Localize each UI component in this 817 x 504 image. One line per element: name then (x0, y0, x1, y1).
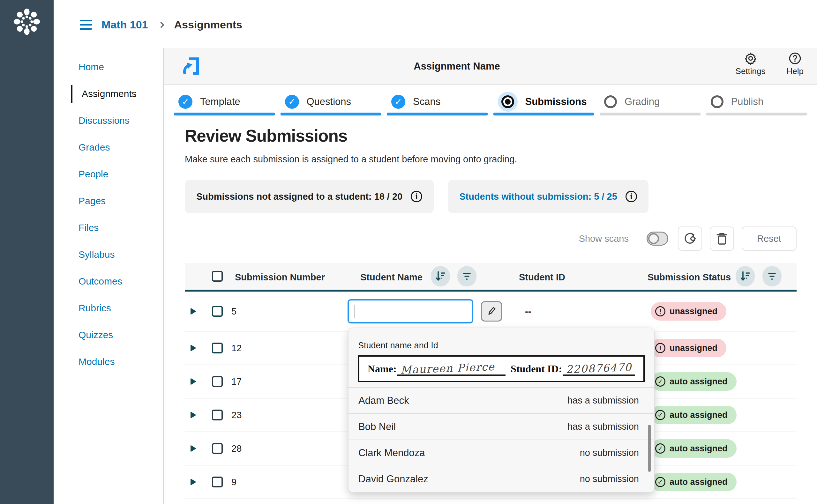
expand-row-icon[interactable] (190, 445, 196, 452)
row-checkbox[interactable] (212, 376, 223, 387)
sidebar-item-home[interactable]: Home (54, 54, 163, 80)
popover-label: Student name and Id (358, 341, 438, 351)
expand-row-icon[interactable] (190, 411, 196, 419)
sidebar-item-files[interactable]: Files (54, 214, 163, 241)
question-icon (788, 52, 802, 65)
student-name-input[interactable] (347, 299, 473, 323)
radio-empty-icon (711, 95, 724, 108)
select-all-checkbox[interactable] (212, 271, 223, 282)
submission-number: 23 (231, 410, 241, 420)
row-checkbox[interactable] (212, 410, 223, 420)
sort-student-name-button[interactable] (431, 266, 450, 286)
check-circle-icon: ✓ (391, 95, 405, 109)
rerun-auto-assign-button[interactable] (678, 226, 702, 251)
radio-selected-icon (498, 92, 518, 112)
scan-id-label: Student ID: (511, 363, 562, 375)
student-option[interactable]: Adam Beck has a submission (348, 387, 654, 413)
student-option[interactable]: Bob Neil has a submission (348, 413, 654, 440)
help-button[interactable]: Help (787, 52, 804, 76)
tab-grading[interactable]: Grading (600, 85, 701, 118)
page-subtitle: Make sure each submission is assigned to… (185, 154, 517, 165)
col-submission-number: Submission Number (235, 263, 325, 292)
info-icon[interactable]: i (626, 191, 637, 202)
row-checkbox[interactable] (212, 443, 223, 454)
table-controls: Show scans Reset (185, 226, 797, 251)
hamburger-menu-icon[interactable] (80, 20, 92, 30)
student-option[interactable]: David Gonzalez no submission (348, 466, 654, 492)
expand-row-icon[interactable] (190, 478, 196, 485)
breadcrumb-page: Assignments (174, 19, 242, 31)
sort-icon (435, 271, 446, 282)
expand-row-icon[interactable] (190, 378, 196, 385)
sort-icon (740, 271, 751, 282)
submission-number: 5 (231, 306, 236, 317)
sidebar-item-rubrics[interactable]: Rubrics (54, 295, 163, 322)
panel-title: Assignment Name (164, 48, 750, 85)
text-caret (354, 305, 355, 318)
canvas-logo-icon[interactable] (11, 6, 42, 37)
scrollbar-thumb[interactable] (648, 425, 651, 472)
delete-button[interactable] (710, 226, 734, 251)
sidebar-item-modules[interactable]: Modules (54, 348, 163, 375)
check-circle-icon: ✓ (178, 95, 192, 109)
expand-row-icon[interactable] (190, 308, 196, 315)
breadcrumb-course-link[interactable]: Math 101 (101, 19, 148, 31)
check-circle-icon: ✓ (655, 376, 665, 387)
scan-name-handwriting: Maureen Pierce (397, 362, 506, 376)
trash-icon (716, 232, 728, 245)
workflow-steps: ✓ Template ✓ Questions ✓ Scans Submissio… (164, 85, 817, 118)
tab-publish[interactable]: Publish (706, 85, 807, 118)
sort-status-button[interactable] (736, 266, 755, 286)
table-header: Submission Number Student Name Student (185, 263, 797, 292)
tab-template[interactable]: ✓ Template (174, 85, 275, 118)
row-checkbox[interactable] (212, 477, 223, 487)
sidebar-item-outcomes[interactable]: Outcomes (54, 268, 163, 295)
col-student-id: Student ID (519, 263, 565, 292)
check-circle-icon: ✓ (655, 443, 665, 454)
tab-questions[interactable]: ✓ Questions (280, 85, 381, 118)
submission-number: 12 (231, 343, 241, 353)
show-scans-label: Show scans (579, 233, 629, 244)
filter-student-name-button[interactable] (457, 266, 477, 286)
sidebar-item-syllabus[interactable]: Syllabus (54, 241, 163, 268)
students-without-submission-chip[interactable]: Students without submission: 5 / 25 i (448, 180, 649, 213)
settings-button[interactable]: Settings (736, 52, 766, 76)
info-icon[interactable]: i (411, 191, 422, 202)
edit-name-button[interactable] (481, 301, 502, 322)
sidebar-item-grades[interactable]: Grades (54, 134, 163, 161)
col-student-name: Student Name (360, 263, 423, 292)
tab-submissions[interactable]: Submissions (494, 85, 594, 118)
sidebar-item-assignments[interactable]: Assignments (54, 80, 163, 107)
expand-row-icon[interactable] (190, 345, 196, 352)
gear-icon (744, 52, 757, 65)
show-scans-toggle[interactable] (647, 232, 668, 246)
filter-status-button[interactable] (762, 266, 782, 286)
sidebar-item-pages[interactable]: Pages (54, 188, 163, 214)
sidebar-item-quizzes[interactable]: Quizzes (54, 322, 163, 348)
pencil-icon (487, 306, 496, 316)
chevron-right-icon (158, 22, 164, 28)
course-nav: Home Assignments Discussions Grades Peop… (54, 54, 163, 375)
submission-number: 9 (231, 477, 236, 487)
reset-button[interactable]: Reset (742, 226, 797, 251)
alert-circle-icon: ! (655, 306, 665, 316)
app: Math 101 Assignments Home Assignments Di… (0, 0, 817, 504)
filter-icon (768, 271, 776, 282)
summary-chips: Submissions not assigned to a student: 1… (185, 180, 649, 213)
sidebar-item-discussions[interactable]: Discussions (54, 107, 163, 134)
radio-empty-icon (604, 95, 617, 108)
sidebar-item-people[interactable]: People (54, 161, 163, 188)
row-checkbox[interactable] (212, 343, 223, 353)
status-badge: ✓ auto assigned (651, 439, 737, 458)
filter-icon (463, 271, 472, 282)
scan-name-label: Name: (367, 363, 397, 375)
tab-scans[interactable]: ✓ Scans (387, 85, 488, 118)
row-checkbox[interactable] (212, 306, 223, 317)
submission-number: 17 (231, 376, 241, 387)
page-title: Review Submissions (185, 126, 347, 145)
status-badge: ✓ auto assigned (651, 372, 737, 391)
student-option[interactable]: Clark Mendoza no submission (348, 440, 654, 466)
check-circle-icon: ✓ (285, 95, 299, 109)
scan-snippet: Name: Maureen Pierce Student ID: 2208764… (358, 355, 645, 382)
col-submission-status: Submission Status (648, 263, 731, 292)
